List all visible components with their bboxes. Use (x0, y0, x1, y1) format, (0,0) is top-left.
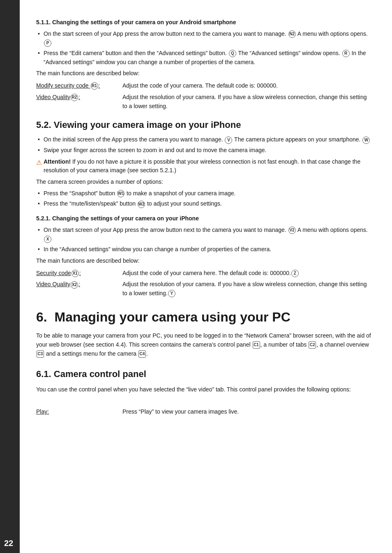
list-52: On the initial screen of the App press t… (36, 135, 371, 155)
badge-q: Q (229, 50, 236, 57)
def-term-modify-security: Modify security code R1: (36, 81, 118, 90)
heading-52: 5.2. Viewing your camera image on your i… (36, 118, 371, 132)
badge-c3: C3 (37, 350, 44, 358)
badge-c4: C4 (138, 350, 146, 358)
list-item: Press the “Snapshot” button W1 to make a… (36, 189, 371, 198)
def-desc-modify-security: Adjust the code of your camera. The defa… (122, 81, 371, 90)
badge-r: R (342, 50, 350, 57)
list-511: On the start screen of your App press th… (36, 30, 371, 67)
list-item: On the initial screen of the App press t… (36, 135, 371, 144)
attention-box: ⚠ Attention! If you do not have a pictur… (36, 157, 371, 175)
def-desc-play: Press “Play” to view your camera images … (122, 407, 371, 416)
def-term-video-quality-511: Video QualityR2: (36, 93, 118, 111)
list-item: On the start screen of your App press th… (36, 30, 371, 47)
camera-screen-intro: The camera screen provides a number of o… (36, 178, 371, 187)
section-6-intro: To be able to manage your camera from yo… (36, 331, 371, 358)
list-521: On the start screen of your App press th… (36, 226, 371, 254)
badge-w: W (362, 137, 370, 144)
list-item: Press the “mute/listen/speak” button W2 … (36, 199, 371, 208)
list-item: Swipe your finger across the screen to z… (36, 146, 371, 155)
section-61-intro: You can use the control panel when you h… (36, 385, 371, 394)
heading-521: 5.2.1. Changing the settings of your cam… (36, 214, 371, 223)
attention-icon: ⚠ (36, 158, 42, 168)
def-table-61: Play: Press “Play” to view your camera i… (36, 407, 371, 416)
def-desc-security-code: Adjust the code of your camera here. The… (122, 269, 371, 278)
badge-r2: R2 (71, 94, 78, 101)
def-desc-video-quality-511: Adjust the resolution of your camera. If… (122, 93, 371, 111)
list-item: In the “Advanced settings” window you ca… (36, 245, 371, 254)
badge-v2: V2 (288, 227, 296, 234)
heading-61: 6.1. Camera control panel (36, 367, 371, 381)
def-desc-video-quality-521: Adjust the resolution of your camera. If… (122, 280, 371, 298)
content-area: 5.1.1. Changing the settings of your cam… (20, 0, 392, 553)
attention-text: Attention! If you do not have a picture … (44, 157, 371, 175)
list-item: Press the “Edit camera” button and then … (36, 49, 371, 67)
badge-z: Z (291, 270, 299, 277)
left-bar: 22 (0, 0, 20, 553)
def-term-video-quality-521: Video QualityX2: (36, 280, 118, 298)
def-term-play: Play: (36, 407, 118, 416)
def-term-security-code: Security codeX1: (36, 269, 118, 278)
badge-v: V (225, 137, 232, 144)
main-functions-521: The main functions are described below: (36, 257, 371, 266)
heading-511: 5.1.1. Changing the settings of your cam… (36, 18, 371, 27)
badge-x1: X1 (71, 270, 79, 277)
badge-c2: C2 (309, 341, 316, 349)
badge-x: X (44, 236, 51, 243)
badge-w1: W1 (117, 190, 125, 197)
heading-6: 6. Managing your camera using your PC (36, 307, 371, 328)
badge-x2: X2 (71, 281, 78, 289)
main-functions-511: The main functions are described below: (36, 69, 371, 78)
badge-r1: R1 (91, 82, 98, 90)
def-table-511: Modify security code R1: Adjust the code… (36, 81, 371, 111)
badge-p: P (44, 39, 51, 47)
page-number: 22 (0, 539, 13, 548)
def-table-521: Security codeX1: Adjust the code of your… (36, 269, 371, 298)
list-item: On the start screen of your App press th… (36, 226, 371, 243)
badge-y: Y (168, 290, 175, 297)
badge-c1: C1 (253, 341, 260, 349)
badge-w2: W2 (138, 201, 145, 208)
list-52-options: Press the “Snapshot” button W1 to make a… (36, 189, 371, 208)
badge-n2: N2 (288, 30, 296, 38)
